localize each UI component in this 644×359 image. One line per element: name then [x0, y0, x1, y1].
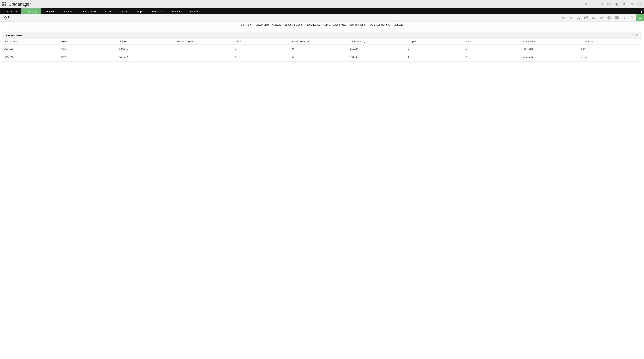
presentation-icon[interactable] [592, 2, 596, 6]
cell-ce: 8 [291, 45, 349, 53]
col-total-memory[interactable]: Total Memory [349, 39, 407, 45]
tab-fabric-interconnects[interactable]: Fabric Interconnects [322, 22, 348, 28]
context-bar: UCSP UCS | U [0, 14, 644, 22]
nav-dashboard[interactable]: Dashboard [0, 9, 22, 14]
table-row[interactable]: UCS 158 UCS Server 2 8 8 262144 2 0 oper… [2, 53, 642, 62]
tab-chassis[interactable]: Chassis [270, 22, 283, 28]
context-actions [559, 14, 644, 22]
context-title: UCSP [4, 15, 12, 19]
table-row[interactable]: UCS 158 UCS Server 1 8 8 262144 2 0 oper… [2, 45, 642, 53]
svg-line-12 [570, 17, 570, 17]
nav-inventory[interactable]: Inventory [22, 9, 41, 14]
nav-virtualization[interactable]: Virtualization [77, 9, 100, 14]
cell-ucs: UCS 158 [2, 53, 60, 62]
nav-settings[interactable]: Settings [167, 9, 185, 14]
context-title-block: UCSP UCS | U [4, 15, 12, 21]
svg-point-1 [608, 3, 610, 5]
cell-cores: 8 [234, 53, 291, 62]
nav-reports[interactable]: Reports [185, 9, 203, 14]
col-cores[interactable]: Cores [234, 39, 291, 45]
nav-maps[interactable]: Maps [117, 9, 133, 14]
svg-line-2 [610, 5, 611, 6]
svg-point-6 [641, 12, 642, 13]
cell-tm: 262144 [349, 53, 407, 62]
col-name[interactable]: Name [118, 39, 176, 45]
col-operability[interactable]: Operability [522, 39, 580, 45]
topology-icon[interactable] [574, 14, 582, 22]
rackmounts-panel: RackMounts UCS Name▲ Model Name Service … [2, 32, 642, 62]
table-header-row: UCS Name▲ Model Name Service Profile Cor… [2, 39, 642, 45]
context-marker [2, 15, 2, 20]
cell-as: none [580, 45, 642, 53]
svg-point-21 [600, 19, 600, 19]
col-ucs-name[interactable]: UCS Name▲ [2, 39, 60, 45]
cell-op: operable [522, 53, 580, 62]
cell-sp [176, 45, 233, 53]
terminal-icon[interactable] [613, 14, 620, 22]
cell-ce: 8 [291, 53, 349, 62]
svg-rect-17 [577, 19, 578, 20]
svg-point-5 [641, 11, 642, 12]
tab-ucs-components[interactable]: UCS Components [368, 22, 392, 28]
cell-ad: 2 [407, 45, 464, 53]
svg-point-24 [602, 16, 602, 17]
col-cores-enabled[interactable]: Cores Enabled [291, 39, 349, 45]
hamburger-menu-icon[interactable] [636, 14, 644, 22]
nav-workflow[interactable]: Workflow [148, 9, 167, 14]
gear-icon[interactable] [630, 2, 634, 6]
headset-icon[interactable] [599, 2, 603, 6]
svg-point-4 [641, 10, 642, 10]
col-service-profile[interactable]: Service Profile [176, 39, 233, 45]
svg-point-7 [570, 17, 571, 19]
quickstart-icon[interactable] [584, 2, 588, 6]
nav-servers[interactable]: Servers [59, 9, 77, 14]
rackmounts-table: UCS Name▲ Model Name Service Profile Cor… [2, 39, 642, 62]
tab-summary[interactable]: Summary [239, 22, 253, 28]
col-model[interactable]: Model [60, 39, 118, 45]
mail-icon[interactable] [582, 14, 590, 22]
col-assocstate[interactable]: assocState [580, 39, 642, 45]
svg-point-20 [587, 16, 588, 18]
expand-icon[interactable] [636, 34, 639, 37]
brand-name: OpManager [8, 2, 31, 7]
tab-rackmounts[interactable]: RackMounts [304, 22, 322, 28]
svg-rect-16 [578, 16, 579, 17]
activity-icon[interactable] [598, 14, 605, 22]
refresh-icon[interactable] [631, 34, 634, 37]
panel-header: RackMounts [2, 32, 642, 39]
cell-nic: 0 [464, 45, 522, 53]
apps-grid-icon[interactable] [2, 2, 6, 6]
plug-icon[interactable] [622, 2, 626, 6]
nav-network[interactable]: Network [41, 9, 59, 14]
prev-icon[interactable] [620, 14, 628, 22]
cell-cores: 8 [234, 45, 291, 53]
tab-chassis-servers[interactable]: Chassis Servers [283, 22, 304, 28]
nav-more-icon[interactable] [638, 9, 644, 14]
cell-sp [176, 53, 233, 62]
topbar-actions [584, 2, 642, 7]
svg-rect-18 [579, 19, 580, 20]
nav-alarms[interactable]: Alarms [100, 9, 117, 14]
search-icon[interactable] [607, 2, 611, 6]
col-nics[interactable]: NICs [464, 39, 522, 45]
user-avatar[interactable] [638, 2, 642, 7]
svg-line-14 [570, 19, 570, 19]
svg-point-22 [600, 17, 601, 18]
col-adaptors[interactable]: Adaptors [407, 39, 464, 45]
tab-monitors[interactable]: Monitors [392, 22, 405, 28]
tab-relationship[interactable]: Relationship [253, 22, 270, 28]
sub-tabs: Summary Relationship Chassis Chassis Ser… [0, 22, 644, 28]
globe-icon[interactable] [605, 14, 613, 22]
cell-name: Server 1 [118, 45, 176, 53]
nav-apps[interactable]: Apps [133, 9, 148, 14]
bell-icon[interactable] [614, 2, 619, 6]
svg-rect-29 [615, 17, 618, 19]
chart-icon[interactable] [559, 14, 567, 22]
alert-config-icon[interactable] [567, 14, 574, 22]
link-icon[interactable] [590, 14, 598, 22]
cell-op: operable [522, 45, 580, 53]
tab-service-profiles[interactable]: Service Profiles [348, 22, 368, 28]
next-icon[interactable] [628, 14, 636, 22]
svg-point-3 [639, 3, 640, 5]
topbar: OpManager [0, 0, 644, 9]
